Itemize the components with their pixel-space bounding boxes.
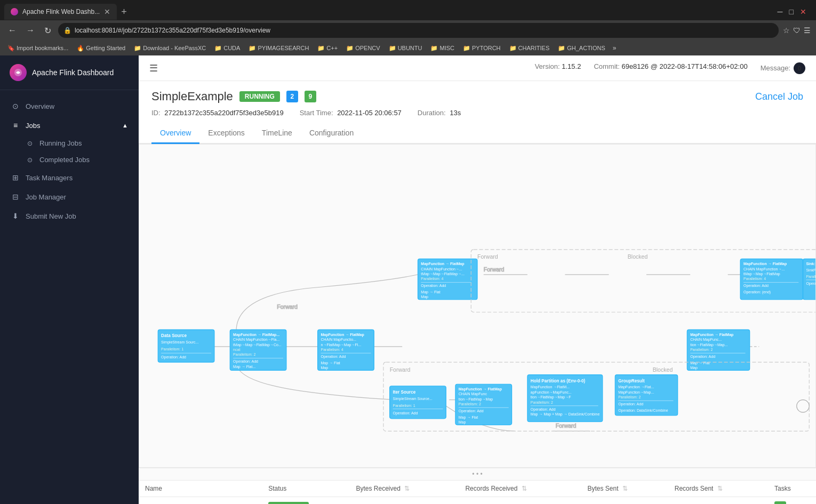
job-id-value: 2722b1372c355a220df75f3ed3e5b919 (164, 109, 283, 117)
job-title-row: SimpleExample RUNNING 2 9 Cancel Job (151, 90, 803, 103)
graph-node-datasource[interactable]: Data Source SimpleStream Sourc... Parall… (158, 330, 214, 362)
maximize-button[interactable]: □ (789, 7, 794, 16)
tab-overview[interactable]: Overview (151, 123, 199, 144)
svg-text:MapFunction → FlatMap: MapFunction → FlatMap (421, 262, 464, 266)
sidebar-item-submit-new-job[interactable]: ⬇ Submit New Job (0, 206, 139, 226)
bookmark-star-icon[interactable]: ☆ (783, 26, 790, 35)
bookmark-charities[interactable]: 📁 CHARITIES (506, 44, 553, 53)
bookmark-import[interactable]: 🔖 Import bookmarks... (4, 44, 71, 53)
cancel-job-button[interactable]: Cancel Job (755, 91, 803, 102)
graph-node-middle1[interactable]: MapFunction → FlatMap CHAIN MapFunctio..… (318, 330, 374, 370)
sidebar-item-label: Job Manager (26, 193, 66, 201)
svg-rect-37 (421, 282, 471, 283)
tab-close-button[interactable]: ✕ (104, 7, 110, 16)
svg-text:GroupResult: GroupResult (618, 379, 645, 383)
sidebar-item-running-jobs[interactable]: ⊙ Running Jobs (0, 135, 139, 151)
svg-text:tMap→Map→FlatMap→...: tMap→Map→FlatMap→... (421, 272, 465, 276)
svg-text:Data Source: Data Source (161, 333, 187, 338)
bookmark-keepassxc[interactable]: 📁 Download - KeePassXC (131, 44, 209, 53)
graph-node-far-upper[interactable]: MapFunction → FlatMap CHAIN MapFunction→… (740, 259, 803, 299)
bookmark-opencv[interactable]: 📁 OPENCV (343, 44, 383, 53)
col-name: Name (139, 481, 262, 497)
svg-text:Parallelism: 4: Parallelism: 4 (321, 348, 343, 351)
new-tab-button[interactable]: + (117, 4, 131, 20)
menu-icon[interactable]: ☰ (804, 26, 811, 35)
svg-text:Forward: Forward (277, 303, 298, 310)
sidebar-item-label: Task Managers (26, 174, 73, 182)
commit-value: 69e8126 @ 2022-08-17T14:58:06+02:00 (621, 62, 747, 70)
sidebar-item-jobs[interactable]: ≡ Jobs ▲ (0, 116, 139, 135)
bookmark-label: PYIMAGESEARCH (258, 45, 309, 51)
back-button[interactable]: ← (5, 25, 19, 36)
bookmark-misc[interactable]: 📁 MISC (427, 44, 458, 53)
svg-text:CHAIN MapFunction→...: CHAIN MapFunction→... (743, 267, 785, 271)
completed-jobs-icon: ⊙ (26, 156, 34, 164)
overview-icon: ⊙ (11, 102, 20, 110)
graph-node-lower-map[interactable]: MapFunction → FlatMap CHAIN MapFunc tion… (455, 384, 512, 425)
graph-node-upper1[interactable]: MapFunction → FlatMap CHAIN MapFunction→… (418, 259, 477, 299)
graph-node-sink[interactable]: Sink: End SinkFunction Parallelism: 3 Op… (803, 259, 815, 299)
url-input[interactable] (75, 27, 773, 34)
bookmark-cuda[interactable]: 📁 CUDA (211, 44, 243, 53)
graph-node-hold-partition[interactable]: Hold Partition as (Env-0-0) MapFunction … (527, 375, 603, 422)
start-time-value: 2022-11-05 20:06:57 (337, 109, 402, 117)
sort-icon[interactable]: ⇅ (622, 485, 628, 492)
sidebar-item-overview[interactable]: ⊙ Overview (0, 97, 139, 116)
bookmark-getting-started[interactable]: 🔥 Getting Started (74, 44, 129, 53)
svg-rect-79 (618, 401, 673, 401)
bookmarks-more-button[interactable]: » (611, 43, 619, 53)
graph-node-lower-source[interactable]: Iter Source SimpleStream Source... Paral… (390, 386, 446, 419)
lock-icon: 🔒 (63, 27, 71, 34)
sort-icon[interactable]: ⇅ (404, 485, 410, 492)
job-graph-area[interactable]: Forward Forward Forward For (139, 144, 816, 468)
task-count-badge-1: 2 (286, 91, 298, 102)
svg-text:Map: Map (421, 295, 428, 299)
sort-icon[interactable]: ⇅ (522, 485, 527, 492)
svg-text:tMap→Map→FlatMap: tMap→Map→FlatMap (743, 272, 780, 276)
sidebar-item-completed-jobs[interactable]: ⊙ Completed Jobs (0, 151, 139, 168)
sidebar-nav: ⊙ Overview ≡ Jobs ▲ ⊙ Running Jobs ⊙ Com… (0, 90, 139, 232)
svg-text:tMap→Map→FlatMap→Co...: tMap→Map→FlatMap→Co... (233, 343, 282, 347)
browser-tab[interactable]: Apache Flink Web Dashb... ✕ (4, 4, 117, 20)
graph-node-right-map[interactable]: MapFunction → FlatMap CHAIN MapFunc... t… (687, 330, 749, 370)
bookmark-label: Import bookmarks... (17, 45, 68, 51)
svg-text:apFunction→MapFunc...: apFunction→MapFunc... (531, 390, 572, 395)
table-expand-button[interactable]: • • • (139, 468, 816, 481)
tab-exceptions[interactable]: Exceptions (199, 123, 253, 144)
svg-text:Parallelism: 1: Parallelism: 1 (393, 404, 415, 407)
svg-text:ncat: ncat (233, 348, 240, 351)
scroll-indicator[interactable] (797, 400, 809, 412)
tab-configuration[interactable]: Configuration (301, 123, 362, 144)
address-bar[interactable]: 🔒 (58, 23, 779, 38)
svg-text:CHAIN MapFunctio...: CHAIN MapFunctio... (321, 338, 356, 342)
bookmark-ubuntu[interactable]: 📁 UBUNTU (386, 44, 426, 53)
svg-text:Parallelism: 2: Parallelism: 2 (618, 395, 641, 399)
bookmark-label: GH_ACTIONS (567, 45, 605, 51)
svg-text:Operation: Add: Operation: Add (531, 407, 556, 412)
refresh-button[interactable]: ↻ (42, 25, 54, 37)
svg-text:Operation: Add: Operation: Add (233, 359, 258, 364)
bookmark-pytorch[interactable]: 📁 PYTORCH (460, 44, 504, 53)
svg-text:CHAIN MapFunc...: CHAIN MapFunc... (690, 338, 722, 342)
sidebar-item-task-managers[interactable]: ⊞ Task Managers (0, 168, 139, 187)
bookmark-cpp[interactable]: 📁 C++ (314, 44, 341, 53)
bookmark-gh-actions[interactable]: 📁 GH_ACTIONS (555, 44, 609, 53)
minimize-button[interactable]: ─ (778, 7, 783, 16)
graph-node-group-result[interactable]: GroupResult MapFunction →Flat... MapFunc… (615, 375, 677, 415)
svg-text:Sink: End: Sink: End (806, 262, 815, 266)
graph-node-map1[interactable]: MapFunction → FlatMap... CHAIN MapFuncti… (230, 330, 286, 370)
folder-icon: 📁 (509, 45, 517, 52)
row-status-badge: RUNNING (268, 502, 309, 504)
forward-button[interactable]: → (23, 25, 37, 36)
svg-text:SimpleStream Sourc...: SimpleStream Sourc... (161, 340, 198, 345)
browser-chrome: Apache Flink Web Dashb... ✕ + ─ □ ✕ ← → … (0, 0, 816, 55)
shield-icon[interactable]: 🛡 (793, 26, 801, 35)
bookmarks-bar: 🔖 Import bookmarks... 🔥 Getting Started … (0, 41, 816, 55)
close-window-button[interactable]: ✕ (800, 7, 806, 16)
bookmark-pyimagesearch[interactable]: 📁 PYIMAGESEARCH (245, 44, 312, 53)
sidebar-subitem-label: Completed Jobs (39, 156, 90, 164)
sidebar-item-job-manager[interactable]: ⊟ Job Manager (0, 187, 139, 206)
menu-hamburger-icon[interactable]: ☰ (149, 62, 158, 74)
tab-timeline[interactable]: TimeLine (253, 123, 301, 144)
sort-icon[interactable]: ⇅ (717, 485, 723, 492)
